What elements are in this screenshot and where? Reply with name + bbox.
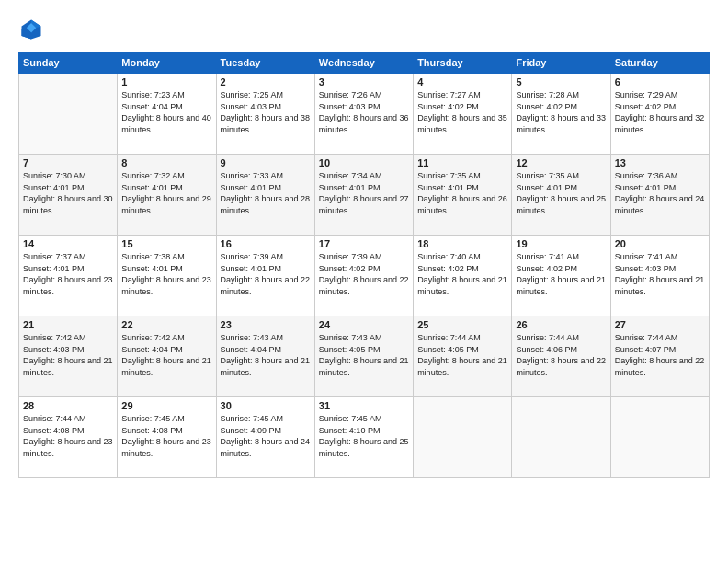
day-number: 13 bbox=[615, 157, 705, 168]
logo bbox=[18, 17, 48, 42]
day-detail: Sunrise: 7:43 AMSunset: 4:05 PMDaylight:… bbox=[319, 332, 409, 378]
day-number: 21 bbox=[23, 319, 113, 330]
calendar-header-saturday: Saturday bbox=[610, 52, 709, 74]
day-number: 25 bbox=[417, 319, 507, 330]
day-number: 9 bbox=[221, 157, 311, 168]
day-number: 11 bbox=[417, 157, 507, 168]
day-number: 27 bbox=[615, 319, 705, 330]
day-detail: Sunrise: 7:41 AMSunset: 4:03 PMDaylight:… bbox=[615, 251, 705, 297]
calendar-cell: 17Sunrise: 7:39 AMSunset: 4:02 PMDayligh… bbox=[314, 236, 413, 316]
day-number: 29 bbox=[121, 400, 211, 411]
day-number: 5 bbox=[516, 76, 606, 87]
calendar-header-tuesday: Tuesday bbox=[216, 52, 314, 74]
day-detail: Sunrise: 7:40 AMSunset: 4:02 PMDaylight:… bbox=[417, 251, 507, 297]
calendar-header-sunday: Sunday bbox=[19, 52, 118, 74]
day-number: 10 bbox=[319, 157, 409, 168]
calendar-cell: 1Sunrise: 7:23 AMSunset: 4:04 PMDaylight… bbox=[118, 74, 216, 155]
calendar-week-3: 14Sunrise: 7:37 AMSunset: 4:01 PMDayligh… bbox=[19, 236, 710, 316]
calendar-cell: 18Sunrise: 7:40 AMSunset: 4:02 PMDayligh… bbox=[414, 236, 512, 316]
calendar-cell: 10Sunrise: 7:34 AMSunset: 4:01 PMDayligh… bbox=[314, 155, 413, 236]
calendar-week-1: 1Sunrise: 7:23 AMSunset: 4:04 PMDaylight… bbox=[19, 74, 710, 155]
calendar-cell: 11Sunrise: 7:35 AMSunset: 4:01 PMDayligh… bbox=[414, 155, 512, 236]
calendar-cell bbox=[512, 397, 610, 478]
calendar-cell: 19Sunrise: 7:41 AMSunset: 4:02 PMDayligh… bbox=[512, 236, 610, 316]
calendar-header-thursday: Thursday bbox=[414, 52, 512, 74]
calendar-cell: 14Sunrise: 7:37 AMSunset: 4:01 PMDayligh… bbox=[19, 236, 118, 316]
calendar-header-row: SundayMondayTuesdayWednesdayThursdayFrid… bbox=[19, 52, 710, 74]
calendar-cell: 24Sunrise: 7:43 AMSunset: 4:05 PMDayligh… bbox=[314, 316, 413, 397]
calendar-cell: 15Sunrise: 7:38 AMSunset: 4:01 PMDayligh… bbox=[118, 236, 216, 316]
day-detail: Sunrise: 7:39 AMSunset: 4:01 PMDaylight:… bbox=[221, 251, 311, 297]
calendar-cell: 4Sunrise: 7:27 AMSunset: 4:02 PMDaylight… bbox=[414, 74, 512, 155]
day-detail: Sunrise: 7:42 AMSunset: 4:04 PMDaylight:… bbox=[121, 332, 211, 378]
day-number: 31 bbox=[319, 400, 409, 411]
calendar-week-4: 21Sunrise: 7:42 AMSunset: 4:03 PMDayligh… bbox=[19, 316, 710, 397]
calendar-cell: 2Sunrise: 7:25 AMSunset: 4:03 PMDaylight… bbox=[216, 74, 314, 155]
day-detail: Sunrise: 7:41 AMSunset: 4:02 PMDaylight:… bbox=[516, 251, 606, 297]
day-number: 22 bbox=[121, 319, 211, 330]
day-detail: Sunrise: 7:30 AMSunset: 4:01 PMDaylight:… bbox=[23, 170, 113, 216]
day-number: 4 bbox=[417, 76, 507, 87]
calendar-header-wednesday: Wednesday bbox=[314, 52, 413, 74]
calendar-cell: 3Sunrise: 7:26 AMSunset: 4:03 PMDaylight… bbox=[314, 74, 413, 155]
day-number: 12 bbox=[516, 157, 606, 168]
day-number: 17 bbox=[319, 238, 409, 249]
day-detail: Sunrise: 7:43 AMSunset: 4:04 PMDaylight:… bbox=[221, 332, 311, 378]
day-number: 19 bbox=[516, 238, 606, 249]
day-detail: Sunrise: 7:35 AMSunset: 4:01 PMDaylight:… bbox=[417, 170, 507, 216]
day-number: 8 bbox=[121, 157, 211, 168]
calendar-cell: 23Sunrise: 7:43 AMSunset: 4:04 PMDayligh… bbox=[216, 316, 314, 397]
day-number: 7 bbox=[23, 157, 113, 168]
calendar-cell: 13Sunrise: 7:36 AMSunset: 4:01 PMDayligh… bbox=[610, 155, 709, 236]
day-number: 14 bbox=[23, 238, 113, 249]
day-detail: Sunrise: 7:29 AMSunset: 4:02 PMDaylight:… bbox=[615, 89, 705, 135]
day-detail: Sunrise: 7:26 AMSunset: 4:03 PMDaylight:… bbox=[319, 89, 409, 135]
calendar-cell bbox=[610, 397, 709, 478]
calendar-cell: 30Sunrise: 7:45 AMSunset: 4:09 PMDayligh… bbox=[216, 397, 314, 478]
page: SundayMondayTuesdayWednesdayThursdayFrid… bbox=[0, 0, 728, 563]
day-number: 26 bbox=[516, 319, 606, 330]
day-number: 1 bbox=[121, 76, 211, 87]
day-number: 2 bbox=[221, 76, 311, 87]
calendar-cell: 25Sunrise: 7:44 AMSunset: 4:05 PMDayligh… bbox=[414, 316, 512, 397]
day-detail: Sunrise: 7:44 AMSunset: 4:06 PMDaylight:… bbox=[516, 332, 606, 378]
calendar-cell: 6Sunrise: 7:29 AMSunset: 4:02 PMDaylight… bbox=[610, 74, 709, 155]
day-detail: Sunrise: 7:35 AMSunset: 4:01 PMDaylight:… bbox=[516, 170, 606, 216]
day-detail: Sunrise: 7:44 AMSunset: 4:05 PMDaylight:… bbox=[417, 332, 507, 378]
calendar-cell: 9Sunrise: 7:33 AMSunset: 4:01 PMDaylight… bbox=[216, 155, 314, 236]
day-detail: Sunrise: 7:37 AMSunset: 4:01 PMDaylight:… bbox=[23, 251, 113, 297]
day-detail: Sunrise: 7:25 AMSunset: 4:03 PMDaylight:… bbox=[221, 89, 311, 135]
calendar-cell: 27Sunrise: 7:44 AMSunset: 4:07 PMDayligh… bbox=[610, 316, 709, 397]
calendar-cell: 20Sunrise: 7:41 AMSunset: 4:03 PMDayligh… bbox=[610, 236, 709, 316]
day-detail: Sunrise: 7:38 AMSunset: 4:01 PMDaylight:… bbox=[121, 251, 211, 297]
day-detail: Sunrise: 7:33 AMSunset: 4:01 PMDaylight:… bbox=[221, 170, 311, 216]
calendar-cell: 16Sunrise: 7:39 AMSunset: 4:01 PMDayligh… bbox=[216, 236, 314, 316]
day-number: 28 bbox=[23, 400, 113, 411]
calendar-cell: 12Sunrise: 7:35 AMSunset: 4:01 PMDayligh… bbox=[512, 155, 610, 236]
calendar-header-friday: Friday bbox=[512, 52, 610, 74]
day-number: 20 bbox=[615, 238, 705, 249]
calendar-cell: 29Sunrise: 7:45 AMSunset: 4:08 PMDayligh… bbox=[118, 397, 216, 478]
day-number: 3 bbox=[319, 76, 409, 87]
calendar-cell: 28Sunrise: 7:44 AMSunset: 4:08 PMDayligh… bbox=[19, 397, 118, 478]
calendar-cell: 7Sunrise: 7:30 AMSunset: 4:01 PMDaylight… bbox=[19, 155, 118, 236]
calendar-cell: 5Sunrise: 7:28 AMSunset: 4:02 PMDaylight… bbox=[512, 74, 610, 155]
day-number: 30 bbox=[221, 400, 311, 411]
day-number: 23 bbox=[221, 319, 311, 330]
calendar-cell: 21Sunrise: 7:42 AMSunset: 4:03 PMDayligh… bbox=[19, 316, 118, 397]
day-detail: Sunrise: 7:42 AMSunset: 4:03 PMDaylight:… bbox=[23, 332, 113, 378]
day-number: 18 bbox=[417, 238, 507, 249]
calendar-cell: 31Sunrise: 7:45 AMSunset: 4:10 PMDayligh… bbox=[314, 397, 413, 478]
calendar-cell: 26Sunrise: 7:44 AMSunset: 4:06 PMDayligh… bbox=[512, 316, 610, 397]
day-detail: Sunrise: 7:45 AMSunset: 4:09 PMDaylight:… bbox=[221, 413, 311, 459]
day-detail: Sunrise: 7:44 AMSunset: 4:07 PMDaylight:… bbox=[615, 332, 705, 378]
calendar-table: SundayMondayTuesdayWednesdayThursdayFrid… bbox=[18, 52, 710, 478]
day-number: 6 bbox=[615, 76, 705, 87]
day-detail: Sunrise: 7:36 AMSunset: 4:01 PMDaylight:… bbox=[615, 170, 705, 216]
day-detail: Sunrise: 7:44 AMSunset: 4:08 PMDaylight:… bbox=[23, 413, 113, 459]
calendar-week-5: 28Sunrise: 7:44 AMSunset: 4:08 PMDayligh… bbox=[19, 397, 710, 478]
day-detail: Sunrise: 7:34 AMSunset: 4:01 PMDaylight:… bbox=[319, 170, 409, 216]
day-number: 24 bbox=[319, 319, 409, 330]
calendar-week-2: 7Sunrise: 7:30 AMSunset: 4:01 PMDaylight… bbox=[19, 155, 710, 236]
day-detail: Sunrise: 7:23 AMSunset: 4:04 PMDaylight:… bbox=[121, 89, 211, 135]
